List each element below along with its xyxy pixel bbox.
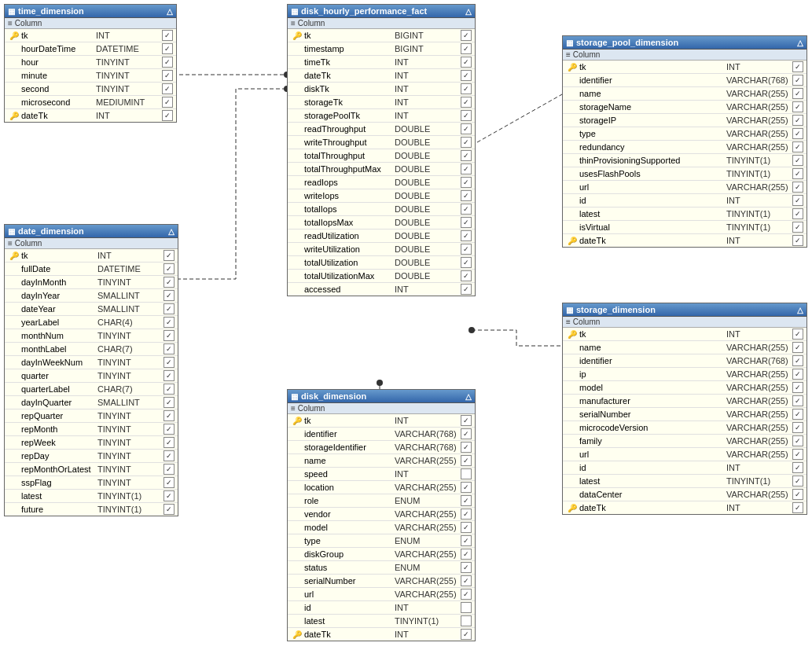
col-type: SMALLINT — [97, 291, 160, 300]
col-type: VARCHAR(255) — [395, 456, 457, 465]
expand-icon[interactable]: △ — [465, 7, 472, 16]
col-check — [164, 290, 175, 301]
col-name: type — [579, 129, 720, 138]
col-name: usesFlashPools — [579, 169, 720, 178]
time-dimension-subheader: ≡ Column — [5, 18, 176, 29]
col-check — [792, 235, 803, 246]
time-dimension-header[interactable]: ▦ time_dimension △ — [5, 5, 176, 18]
col-type: TINYINT — [97, 424, 160, 434]
table-row: dayInMonth TINYINT — [5, 276, 178, 289]
col-check — [461, 562, 472, 573]
col-check — [792, 182, 803, 193]
col-name: sspFlag — [21, 478, 91, 487]
table-row: serialNumber VARCHAR(255) — [288, 575, 475, 588]
col-check — [461, 589, 472, 600]
col-type: TINYINT(1) — [395, 616, 457, 626]
col-check — [164, 464, 175, 475]
col-name: role — [304, 496, 388, 505]
table-row: url VARCHAR(255) — [563, 181, 806, 194]
col-check — [792, 342, 803, 353]
column-label: Column — [573, 50, 600, 59]
col-check — [162, 43, 173, 54]
fk-icon: 🔑 — [568, 237, 577, 245]
expand-icon[interactable]: △ — [797, 306, 803, 314]
col-type: DOUBLE — [395, 151, 457, 160]
col-name: id — [304, 603, 388, 612]
table-row: hourDateTime DATETIME — [5, 42, 176, 56]
col-check — [792, 75, 803, 86]
table-row: 🔑 tk INT — [563, 328, 806, 341]
col-name: url — [304, 589, 388, 599]
col-type: INT — [97, 251, 160, 260]
col-name: fullDate — [21, 264, 91, 274]
col-check — [461, 177, 472, 188]
storage-dimension-header[interactable]: ▦ storage_dimension △ — [563, 303, 806, 317]
storage-dimension-title: storage_dimension — [576, 305, 656, 314]
expand-icon[interactable]: △ — [465, 392, 472, 401]
table-row: writeIops DOUBLE — [288, 189, 475, 203]
col-check — [792, 141, 803, 152]
col-check — [461, 110, 472, 121]
col-type: VARCHAR(255) — [726, 369, 789, 379]
table-row: url VARCHAR(255) — [563, 448, 806, 461]
table-icon: ▦ — [566, 39, 573, 47]
expand-icon[interactable]: △ — [167, 7, 173, 16]
col-check — [164, 477, 175, 488]
table-row: fullDate DATETIME — [5, 263, 178, 276]
col-type: VARCHAR(255) — [726, 116, 789, 125]
expand-icon[interactable]: △ — [168, 227, 175, 236]
col-check — [164, 250, 175, 261]
col-check — [792, 476, 803, 487]
col-type: VARCHAR(255) — [726, 490, 789, 499]
col-name: dateTk — [579, 236, 720, 245]
fact-table-subheader: ≡ Column — [288, 18, 475, 29]
table-row: totalUtilization DOUBLE — [288, 256, 475, 270]
col-name: diskTk — [304, 84, 388, 94]
col-name: readThroughput — [304, 124, 388, 134]
col-type: TINYINT — [97, 358, 160, 367]
col-name: dateTk — [21, 111, 90, 120]
pk-icon: 🔑 — [9, 31, 19, 40]
table-row: manufacturer VARCHAR(255) — [563, 395, 806, 408]
col-type: TINYINT — [97, 451, 160, 461]
date-dimension-header[interactable]: ▦ date_dimension △ — [5, 225, 178, 238]
col-name: isVirtual — [579, 222, 720, 232]
col-type: DOUBLE — [395, 164, 457, 174]
date-dimension-subheader: ≡ Column — [5, 238, 178, 249]
storage-dimension-table: ▦ storage_dimension △ ≡ Column 🔑 tk INT … — [562, 303, 807, 515]
table-row: microsecond MEDIUMINT — [5, 96, 176, 109]
col-check — [461, 482, 472, 493]
col-name: writeThroughput — [304, 138, 388, 147]
table-row: location VARCHAR(255) — [288, 481, 475, 494]
col-type: INT — [726, 463, 789, 472]
date-dimension-title: date_dimension — [18, 226, 84, 236]
col-check — [461, 97, 472, 108]
col-type: INT — [726, 503, 789, 512]
expand-icon[interactable]: △ — [797, 39, 803, 47]
col-type: DOUBLE — [395, 124, 457, 134]
columns-icon: ≡ — [8, 19, 13, 28]
col-check — [164, 410, 175, 421]
col-name: timestamp — [304, 44, 388, 53]
col-check — [461, 535, 472, 546]
table-row: url VARCHAR(255) — [288, 588, 475, 601]
disk-dimension-header[interactable]: ▦ disk_dimension △ — [288, 390, 475, 403]
col-type: VARCHAR(255) — [395, 483, 457, 492]
storage-pool-dimension-header[interactable]: ▦ storage_pool_dimension △ — [563, 36, 806, 50]
col-name: dateTk — [304, 630, 388, 639]
table-icon: ▦ — [8, 7, 15, 16]
table-row: model VARCHAR(255) — [563, 381, 806, 395]
fact-table-header[interactable]: ▦ disk_hourly_performance_fact △ — [288, 5, 475, 18]
col-type: TINYINT(1) — [726, 222, 789, 232]
col-check — [461, 123, 472, 134]
col-type: INT — [395, 416, 457, 425]
table-row: future TINYINT(1) — [5, 503, 178, 516]
col-name: writeIops — [304, 191, 388, 200]
col-check — [461, 43, 472, 54]
pk-icon: 🔑 — [568, 330, 577, 339]
col-type: INT — [726, 62, 789, 72]
columns-icon: ≡ — [8, 239, 13, 248]
column-label: Column — [15, 19, 42, 28]
col-type: DATETIME — [97, 264, 160, 274]
col-name: yearLabel — [21, 318, 91, 327]
